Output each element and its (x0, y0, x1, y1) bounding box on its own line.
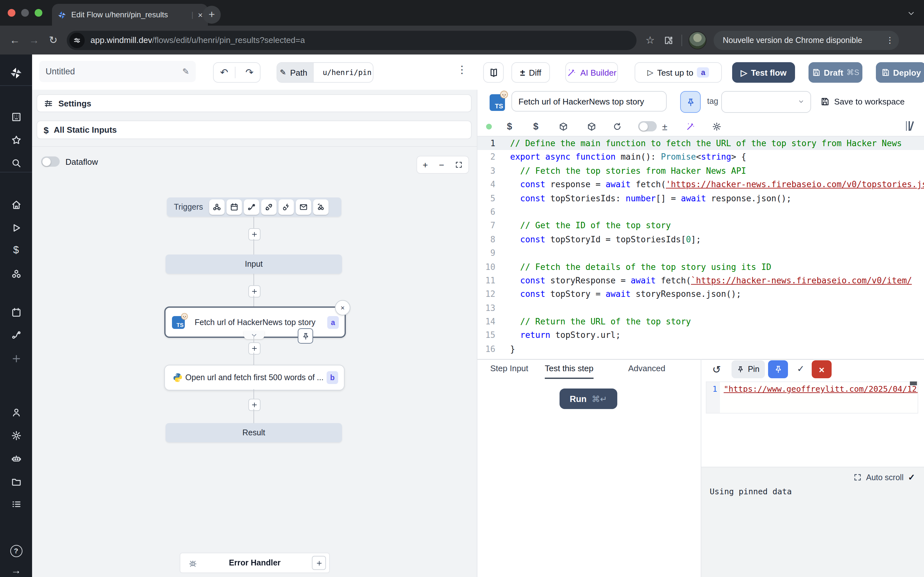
add-error-handler-button[interactable] (312, 556, 326, 570)
tab-test-this-step[interactable]: Test this step (545, 359, 594, 379)
auto-scroll-control[interactable]: Auto scroll ✓ (853, 472, 915, 482)
address-bar[interactable]: app.windmill.dev/flows/edit/u/henri/pin_… (67, 31, 636, 50)
sidebar-item-runs[interactable] (0, 219, 32, 236)
ai-builder-button[interactable]: AI Builder (565, 62, 618, 83)
chrome-update-button[interactable]: Nouvelle version de Chrome disponible ⋮ (714, 31, 899, 50)
step-pin-icon[interactable] (298, 328, 313, 343)
wand-icon[interactable] (686, 117, 695, 136)
library-icon[interactable] (906, 121, 913, 131)
code-line-16[interactable]: 16} (477, 342, 924, 356)
test-flow-button[interactable]: ▷Test flow (732, 62, 795, 83)
code-line-8[interactable]: 8 const topStoryId = topStoriesIds[0]; (477, 232, 924, 246)
sidebar-item-help[interactable]: ? (0, 542, 32, 559)
browser-tab[interactable]: Edit Flow u/henri/pin_results | × (52, 4, 208, 26)
code-line-2[interactable]: 2export async function main(): Promise<s… (477, 150, 924, 164)
run-button[interactable]: Run ⌘↵ (559, 388, 617, 409)
window-zoom-button[interactable] (35, 9, 42, 17)
window-close-button[interactable] (8, 9, 15, 17)
browser-menu-kebab-icon[interactable]: ⋮ (886, 35, 894, 45)
gear-icon[interactable] (712, 117, 722, 136)
sidebar-item-home[interactable] (0, 196, 32, 213)
tag-select[interactable] (721, 91, 811, 113)
profile-avatar[interactable] (689, 31, 707, 49)
triggers-node[interactable]: Triggers (167, 197, 341, 217)
flow-step-b-node[interactable]: Open url and fetch first 500 words of ..… (164, 365, 344, 390)
code-editor[interactable]: 1// Define the main function to fetch th… (477, 137, 924, 359)
save-to-workspace-button[interactable]: Save to workspace (820, 91, 905, 111)
sidebar-item-expand-sidebar[interactable]: → (0, 562, 32, 577)
sidebar-item-folders[interactable] (0, 473, 32, 490)
site-settings-icon[interactable] (69, 32, 85, 48)
sidebar-item-workers[interactable] (0, 450, 32, 467)
add-step-button[interactable] (248, 399, 260, 411)
deploy-button[interactable]: Deploy (876, 62, 924, 83)
diff-icon[interactable]: ± (662, 117, 667, 136)
undo-icon[interactable]: ↶ (214, 67, 235, 78)
trigger-schedule-button[interactable] (227, 199, 242, 215)
code-line-11[interactable]: 11 const storyResponse = await fetch(`ht… (477, 274, 924, 287)
code-line-7[interactable]: 7 // Get the ID of the top story (477, 219, 924, 233)
error-handler-node[interactable]: Error Handler (180, 553, 330, 573)
code-line-6[interactable]: 6 (477, 205, 924, 219)
settings-row[interactable]: Settings (37, 94, 472, 112)
input-node[interactable]: Input (166, 255, 342, 274)
sidebar-item-workspace[interactable] (0, 108, 32, 125)
pin-chip-button[interactable]: Pin (732, 360, 765, 378)
trigger-email-button[interactable] (296, 199, 312, 215)
step-title-input[interactable] (511, 91, 667, 111)
draft-button[interactable]: Draft⌘S (809, 62, 863, 83)
bookmark-star-icon[interactable]: ☆ (646, 34, 655, 46)
code-line-17[interactable]: 17 (477, 356, 924, 359)
documentation-button[interactable] (483, 62, 504, 83)
collapse-step-chevron-icon[interactable] (244, 331, 264, 339)
code-line-10[interactable]: 10 // Fetch the details of the top story… (477, 260, 924, 274)
extensions-icon[interactable] (664, 35, 674, 45)
confirm-check-icon[interactable]: ✓ (797, 364, 804, 374)
trigger-webhook-button[interactable] (210, 199, 225, 215)
more-options-kebab-icon[interactable]: ⋮ (456, 63, 468, 76)
history-icon[interactable]: ↺ (712, 364, 724, 375)
sidebar-item-favorites[interactable] (0, 131, 32, 148)
trigger-event-stream-button[interactable] (279, 199, 294, 215)
forward-icon[interactable]: → (24, 34, 44, 46)
code-line-12[interactable]: 12 const topStory = await storyResponse.… (477, 287, 924, 301)
delete-step-icon[interactable]: × (335, 300, 351, 316)
trigger-websocket-button[interactable] (262, 199, 277, 215)
zoom-out-icon[interactable]: − (439, 160, 444, 170)
tab-close-icon[interactable]: × (198, 10, 203, 19)
sidebar-item-variables[interactable]: $ (0, 242, 32, 258)
refresh-icon[interactable] (612, 117, 622, 136)
code-line-4[interactable]: 4 const response = await fetch('https://… (477, 177, 924, 191)
redo-icon[interactable]: ↷ (239, 67, 260, 78)
sidebar-item-routes[interactable] (0, 326, 32, 343)
code-line-15[interactable]: 15 return topStory.url; (477, 329, 924, 342)
trigger-poll-button[interactable] (313, 199, 329, 215)
code-line-5[interactable]: 5 const topStoriesIds: number[] = await … (477, 191, 924, 205)
zoom-in-icon[interactable]: + (423, 160, 428, 170)
all-static-inputs-row[interactable]: $ All Static Inputs (37, 121, 472, 139)
code-line-9[interactable]: 9 (477, 246, 924, 260)
pinned-editor-scrollbar[interactable] (910, 382, 917, 385)
add-step-button[interactable] (248, 228, 260, 240)
box-icon[interactable] (559, 117, 568, 136)
tab-advanced[interactable]: Advanced (628, 359, 666, 378)
sidebar-item-resources[interactable] (0, 266, 32, 282)
editor-toggle[interactable] (638, 117, 657, 136)
trigger-route-button[interactable] (244, 199, 260, 215)
tab-step-input[interactable]: Step Input (490, 359, 528, 378)
dollar-icon[interactable]: $ (533, 117, 538, 136)
dataflow-toggle[interactable] (41, 156, 60, 167)
sidebar-item-search[interactable] (0, 155, 32, 171)
back-icon[interactable]: ← (5, 34, 24, 46)
box-icon[interactable] (587, 117, 596, 136)
sidebar-item-schedules[interactable] (0, 304, 32, 321)
pin-active-button[interactable] (768, 360, 788, 378)
pinned-data-editor[interactable]: 1 "https://www.geoffreylitt.com/2025/04/… (706, 382, 918, 414)
path-chip[interactable]: ✎Path u/henri/pin (276, 62, 373, 83)
code-line-14[interactable]: 14 // Return the URL of the top story (477, 315, 924, 329)
diff-button[interactable]: ±Diff (511, 62, 550, 83)
code-line-3[interactable]: 3 // Fetch the top stories from Hacker N… (477, 164, 924, 178)
add-step-button[interactable] (248, 342, 260, 355)
fit-view-icon[interactable] (455, 161, 463, 169)
window-minimize-button[interactable] (21, 9, 29, 17)
